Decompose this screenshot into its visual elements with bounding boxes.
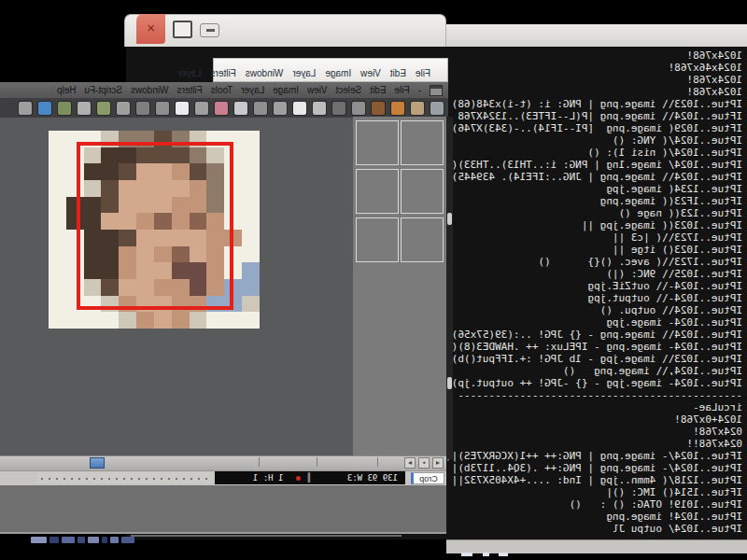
tool-icon-18[interactable] xyxy=(78,102,91,115)
taskbar-chip[interactable] xyxy=(31,537,47,543)
tool-icon-4[interactable] xyxy=(352,102,365,115)
tool-icon-10[interactable] xyxy=(234,102,247,115)
taskbar-chip[interactable] xyxy=(49,537,59,543)
face-pixel xyxy=(242,296,260,313)
crop-dimensions: 139 93 W:3 xyxy=(347,471,398,484)
tool-icon-5[interactable] xyxy=(332,102,345,115)
terminal-bottom-bar xyxy=(446,539,747,553)
scrollbar-tick xyxy=(259,457,260,467)
face-pixel xyxy=(207,312,225,329)
face-pixel xyxy=(119,312,136,329)
tool-icon-20[interactable] xyxy=(38,102,51,115)
window-menu-icon[interactable] xyxy=(430,85,443,96)
face-pixel xyxy=(49,131,66,147)
taskbar-chip[interactable] xyxy=(78,537,85,543)
tool-icon-16[interactable] xyxy=(117,102,130,115)
dock-panel-edge[interactable] xyxy=(446,117,453,459)
gimp-toolbar xyxy=(0,98,448,118)
menu-item-view[interactable]: View xyxy=(307,85,328,95)
menu-item-edit[interactable]: Edit xyxy=(370,85,386,95)
face-pixel xyxy=(242,197,260,214)
thumbnail-dock xyxy=(353,117,446,459)
menu-item-image[interactable]: Image xyxy=(273,85,299,95)
face-pixel xyxy=(224,312,242,329)
maximize-button[interactable] xyxy=(173,21,192,38)
menu-item-windows[interactable]: Windows xyxy=(246,68,284,78)
tool-icon-19[interactable] xyxy=(58,102,71,115)
thumbnail-th-portrait[interactable] xyxy=(402,218,443,261)
tool-icon-7[interactable] xyxy=(293,102,306,115)
taskbar-chip[interactable] xyxy=(62,537,75,543)
menu-item-edit[interactable]: Edit xyxy=(390,68,406,78)
tool-icon-12[interactable] xyxy=(195,102,208,115)
taskbar-chip[interactable] xyxy=(121,537,134,543)
scrollbar-blue-button[interactable] xyxy=(90,457,105,469)
tool-icon-3[interactable] xyxy=(372,102,385,115)
face-pixel xyxy=(242,230,260,246)
tool-icon-8[interactable] xyxy=(274,102,287,115)
face-pixel xyxy=(49,197,66,214)
thumbnail-th-foliage[interactable] xyxy=(402,121,443,164)
menu-item-layer[interactable]: Layer xyxy=(178,68,202,78)
tool-icon-14[interactable] xyxy=(156,102,169,115)
taskbar-speck xyxy=(499,553,508,556)
minimize-button[interactable] xyxy=(200,23,219,37)
scrollbar-tick xyxy=(317,457,317,467)
tool-icon-9[interactable] xyxy=(254,102,267,115)
tool-icon-15[interactable] xyxy=(136,102,149,115)
menu-item-file[interactable]: File xyxy=(395,85,410,95)
tool-icon-17[interactable] xyxy=(97,102,110,115)
face-pixel xyxy=(66,312,84,329)
thumbnail-th-face1[interactable] xyxy=(357,170,398,213)
tool-icon-2[interactable] xyxy=(391,102,404,115)
menu-item-filters[interactable]: Filters xyxy=(177,85,203,95)
face-pixel xyxy=(49,147,66,164)
tool-icon-11[interactable] xyxy=(215,102,228,115)
menu-item-view[interactable]: View xyxy=(360,68,381,78)
menu-item-tools[interactable]: Tools xyxy=(211,85,233,95)
tool-icon-0[interactable] xyxy=(430,102,444,115)
menu-item-scriptfu[interactable]: Script-Fu xyxy=(84,85,122,95)
menu-item-file[interactable]: File xyxy=(416,68,430,78)
scroll-nav-button[interactable]: ▸ xyxy=(404,457,416,469)
thumbnail-th-face2[interactable] xyxy=(402,170,443,213)
dock-resize-handle[interactable] xyxy=(447,377,452,389)
statusbar-ruler xyxy=(37,472,213,483)
taskbar-chip[interactable] xyxy=(102,537,107,543)
taskbar-chip[interactable] xyxy=(110,537,119,543)
face-pixel xyxy=(242,213,260,230)
face-pixel xyxy=(49,262,66,279)
taskbar-chip[interactable] xyxy=(88,537,99,543)
taskbar-speck xyxy=(461,553,472,556)
scroll-nav-button[interactable]: ◂ xyxy=(432,457,444,469)
scroll-nav-button[interactable]: ▪ xyxy=(418,457,430,469)
taskbar-edge-line xyxy=(131,535,402,537)
statusbar-info-segment: 139 93 W:3 ║ 1 H: 1 xyxy=(215,471,405,484)
face-pixel xyxy=(49,180,66,197)
close-button[interactable]: × xyxy=(136,14,165,44)
face-pixel xyxy=(154,312,172,329)
face-pixel xyxy=(242,163,260,180)
face-pixel xyxy=(49,163,66,180)
face-pixel xyxy=(49,246,66,263)
face-pixel xyxy=(49,230,66,246)
tool-icon-6[interactable] xyxy=(313,102,326,115)
menu-item-layer[interactable]: Layer xyxy=(241,85,264,95)
menu-item-help[interactable]: Help xyxy=(57,85,77,95)
dock-resize-handle[interactable] xyxy=(447,213,452,225)
active-tool-label[interactable]: Crop xyxy=(411,472,444,484)
menu-item-filters[interactable]: Filters xyxy=(211,68,236,78)
tool-icon-21[interactable] xyxy=(19,102,32,115)
face-pixel xyxy=(242,246,260,263)
menu-item-image[interactable]: Image xyxy=(325,68,351,78)
menu-item-layer[interactable]: Layer xyxy=(292,68,316,78)
horizontal-scrollbar[interactable] xyxy=(0,455,446,470)
thumbnail-th-noise[interactable] xyxy=(357,121,398,164)
thumbnail-th-color[interactable] xyxy=(357,218,398,261)
face-pixel xyxy=(242,262,260,279)
tool-icon-1[interactable] xyxy=(411,102,424,115)
menu-item-windows[interactable]: Windows xyxy=(131,85,169,95)
face-pixel xyxy=(49,296,66,313)
tool-icon-13[interactable] xyxy=(176,102,189,115)
menu-item-select[interactable]: Select xyxy=(336,85,362,95)
